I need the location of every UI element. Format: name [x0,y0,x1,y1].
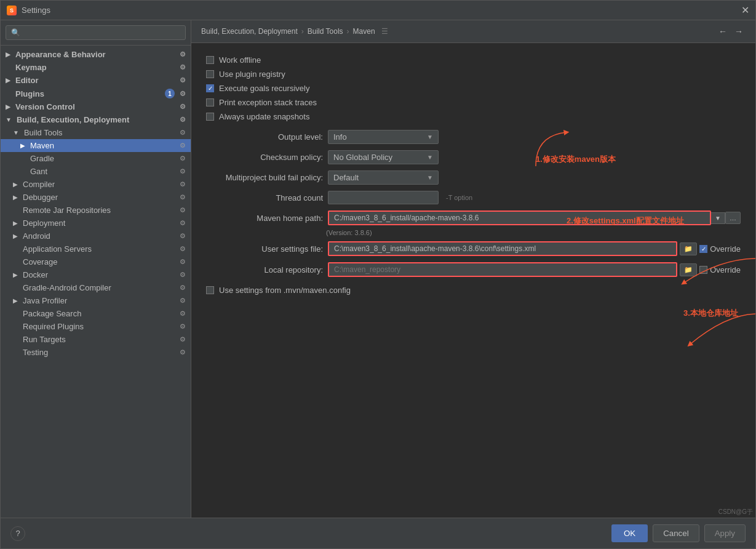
user-settings-browse-button[interactable]: 📁 [680,242,697,255]
apply-button[interactable]: Apply [704,524,746,542]
sidebar-item-gant[interactable]: ▶Gant⚙ [1,165,191,178]
maven-home-dropdown-button[interactable]: ▼ [711,212,725,224]
tree-settings-icon[interactable]: ⚙ [180,297,186,305]
tree-settings-icon[interactable]: ⚙ [180,116,186,124]
tree-settings-icon[interactable]: ⚙ [180,63,186,71]
tree-settings-icon[interactable]: ⚙ [180,180,186,188]
tree-settings-icon[interactable]: ⚙ [180,284,186,292]
use-plugin-registry-checkbox[interactable] [206,70,214,78]
tree-settings-icon[interactable]: ⚙ [180,76,186,84]
ok-button[interactable]: OK [611,524,648,542]
expand-arrow: ▶ [6,51,10,58]
sidebar-item-label: Appearance & Behavior [15,50,106,59]
tree-settings-icon[interactable]: ⚙ [180,348,186,356]
sidebar-item-run-targets[interactable]: ▶Run Targets⚙ [1,333,191,346]
sidebar-item-required-plugins[interactable]: ▶Required Plugins⚙ [1,320,191,333]
sidebar-item-deployment[interactable]: ▶Deployment⚙ [1,217,191,230]
tree-settings-icon[interactable]: ⚙ [180,323,186,331]
cancel-button[interactable]: Cancel [653,524,699,542]
tree-settings-icon[interactable]: ⚙ [180,271,186,279]
sidebar-item-build-exec-deploy[interactable]: ▼Build, Execution, Deployment⚙ [1,113,191,126]
sidebar-item-version-control[interactable]: ▶Version Control⚙ [1,100,191,113]
sidebar-item-build-tools[interactable]: ▼Build Tools⚙ [1,126,191,139]
tree-settings-icon[interactable]: ⚙ [180,167,186,175]
print-exception-checkbox[interactable] [206,98,214,106]
expand-arrow: ▶ [20,142,25,149]
execute-goals-label[interactable]: Execute goals recursively [219,84,309,93]
breadcrumb-menu-icon[interactable]: ☰ [381,27,388,36]
tree-settings-icon[interactable]: ⚙ [180,232,186,240]
tree-settings-icon[interactable]: ⚙ [180,219,186,227]
sidebar-item-maven[interactable]: ▶Maven⚙ [1,139,191,152]
execute-goals-checkbox[interactable]: ✓ [206,84,214,92]
sidebar-item-label: Compiler [23,180,55,189]
tree-settings-icon[interactable]: ⚙ [180,258,186,266]
user-settings-override-checkbox[interactable]: ✓ [699,245,707,253]
tree-settings-icon[interactable]: ⚙ [180,245,186,253]
tree-settings-icon[interactable]: ⚙ [180,335,186,343]
output-level-dropdown[interactable]: Info ▼ [328,130,439,144]
help-button[interactable]: ? [10,526,25,541]
sidebar-item-remote-jar[interactable]: ▶Remote Jar Repositories⚙ [1,204,191,217]
work-offline-label[interactable]: Work offline [219,55,261,65]
sidebar-item-editor[interactable]: ▶Editor⚙ [1,74,191,87]
expand-arrow: ▶ [6,103,10,110]
nav-back-button[interactable]: ← [716,25,730,38]
maven-home-browse-button[interactable]: … [725,212,741,224]
nav-forward-button[interactable]: → [732,25,746,38]
search-input[interactable] [6,25,186,40]
sidebar-item-java-profiler[interactable]: ▶Java Profiler⚙ [1,294,191,307]
sidebar-item-gradle[interactable]: ▶Gradle⚙ [1,152,191,165]
checksum-policy-dropdown[interactable]: No Global Policy ▼ [328,150,439,164]
sidebar-item-compiler[interactable]: ▶Compiler⚙ [1,178,191,191]
sidebar-item-package-search[interactable]: ▶Package Search⚙ [1,307,191,320]
sidebar-item-testing[interactable]: ▶Testing⚙ [1,346,191,359]
sidebar-item-appearance[interactable]: ▶Appearance & Behavior⚙ [1,48,191,61]
expand-arrow: ▼ [13,129,19,136]
close-button[interactable]: ✕ [741,4,749,16]
always-update-label[interactable]: Always update snapshots [219,112,309,121]
multiproject-fail-row: Multiproject build fail policy: Default … [206,170,741,185]
work-offline-checkbox[interactable] [206,56,214,64]
execute-goals-row: ✓ Execute goals recursively [206,84,741,93]
tree-settings-icon[interactable]: ⚙ [180,90,186,98]
user-settings-input[interactable] [328,241,677,256]
watermark: CSDN@G于 [718,508,753,516]
thread-count-label: Thread count [206,193,323,202]
sidebar-item-app-servers[interactable]: ▶Application Servers⚙ [1,242,191,255]
maven-home-input[interactable] [328,210,711,225]
sidebar-item-plugins[interactable]: ▶Plugins1⚙ [1,87,191,100]
breadcrumb: Build, Execution, Deployment › Build Too… [191,20,755,43]
tree-settings-icon[interactable]: ⚙ [180,310,186,318]
thread-count-input[interactable] [328,191,439,204]
use-settings-mvn-checkbox[interactable] [206,286,214,294]
sidebar-item-docker[interactable]: ▶Docker⚙ [1,268,191,281]
multiproject-fail-dropdown[interactable]: Default ▼ [328,170,439,185]
always-update-checkbox[interactable] [206,113,214,121]
sidebar-item-label: Docker [23,270,48,279]
tree-settings-icon[interactable]: ⚙ [180,206,186,214]
tree-settings-icon[interactable]: ⚙ [180,103,186,111]
tree-settings-icon[interactable]: ⚙ [180,193,186,201]
sidebar-item-gradle-android[interactable]: ▶Gradle-Android Compiler⚙ [1,281,191,294]
tree-settings-icon[interactable]: ⚙ [180,129,186,137]
tree-settings-icon[interactable]: ⚙ [180,154,186,162]
tree-settings-icon[interactable]: ⚙ [180,142,186,150]
user-settings-label: User settings file: [206,244,323,254]
local-repo-override-row: Override [699,265,741,274]
sidebar-item-coverage[interactable]: ▶Coverage⚙ [1,255,191,268]
sidebar-item-keymap[interactable]: ▶Keymap⚙ [1,61,191,74]
sidebar-item-android[interactable]: ▶Android⚙ [1,230,191,242]
local-repo-override-checkbox[interactable] [699,266,707,274]
sidebar-item-debugger[interactable]: ▶Debugger⚙ [1,191,191,204]
multiproject-fail-value: Default [333,173,359,182]
sidebar-item-label: Version Control [15,102,75,111]
tree-settings-icon[interactable]: ⚙ [180,50,186,58]
local-repo-input[interactable] [328,262,677,277]
use-plugin-registry-label[interactable]: Use plugin registry [219,70,285,79]
expand-arrow: ▶ [13,194,18,201]
print-exception-label[interactable]: Print exception stack traces [219,98,317,107]
sidebar-item-label: Coverage [23,257,57,266]
use-settings-mvn-label[interactable]: Use settings from .mvn/maven.config [219,286,351,295]
local-repo-browse-button[interactable]: 📁 [680,263,697,276]
